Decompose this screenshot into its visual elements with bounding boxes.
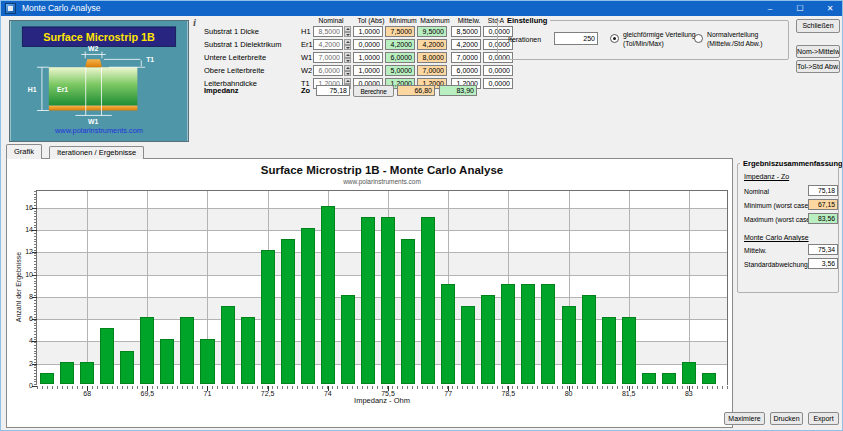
results-min-value: 67,15 — [808, 199, 838, 210]
y-axis-minor-ticks — [34, 191, 37, 386]
x-tick-label: 72,5 — [253, 390, 283, 397]
histogram-bar — [180, 317, 194, 384]
histogram-bar — [441, 284, 455, 384]
param-input-mittelw[interactable]: 4,2000 — [451, 39, 481, 50]
param-input-nominal[interactable]: 8,5000 — [313, 26, 343, 37]
y-axis-label: Anzahl der Ergebnisse — [15, 252, 22, 322]
results-min-label: Minimum (worst case) — [744, 201, 810, 210]
param-input-nominal[interactable]: 7,0000 — [313, 52, 343, 63]
param-input-min[interactable]: 4,2000 — [385, 39, 415, 50]
param-input-tol[interactable]: 1,0000 — [353, 26, 383, 37]
radio-normal-label-line1[interactable]: Normalverteilung — [707, 31, 758, 39]
tab-iterationen-ergebnisse[interactable]: Iterationen / Ergebnisse — [49, 146, 144, 159]
y-tick-label: 0 — [13, 382, 33, 389]
radio-uniform-distribution[interactable] — [610, 34, 619, 43]
param-input-max[interactable]: 9,5000 — [417, 26, 447, 37]
iterationen-input[interactable]: 250 — [554, 32, 598, 45]
param-input-mittelw[interactable]: 6,0000 — [451, 65, 481, 76]
histogram-bar — [100, 328, 114, 384]
param-input-min[interactable]: 5,0000 — [385, 65, 415, 76]
export-button[interactable]: Export — [808, 412, 839, 425]
results-section-impedanz: Impedanz - Zo — [744, 172, 789, 181]
spinner-control[interactable] — [344, 65, 351, 76]
param-input-tol[interactable]: 1,0000 — [353, 52, 383, 63]
radio-normal-distribution[interactable] — [694, 34, 703, 43]
param-input-nominal[interactable]: 4,2000 — [313, 39, 343, 50]
param-input-tol[interactable]: 0,0000 — [353, 39, 383, 50]
param-input-max[interactable]: 8,0000 — [417, 52, 447, 63]
spinner-control[interactable] — [344, 26, 351, 37]
x-tick-label: 71 — [192, 390, 222, 397]
results-nominal-label: Nominal — [744, 187, 769, 196]
minimize-icon[interactable]: – — [764, 1, 776, 16]
tol-to-std-button[interactable]: Tol->Std Abw. — [796, 60, 840, 73]
iterationen-label: Iterationen — [508, 35, 541, 44]
param-label: Obere Leiterbreite — [204, 65, 264, 76]
histogram-bar — [160, 339, 174, 384]
y-tick-label: 16 — [13, 204, 33, 211]
results-nominal-value: 75,18 — [808, 185, 838, 196]
param-symbol: H1 — [301, 26, 311, 37]
window-body: Surface Microstrip 1B W2 T1 H1 — [1, 16, 842, 430]
param-input-std[interactable]: 0,0000 — [483, 78, 513, 89]
results-max-value: 83,56 — [808, 213, 838, 224]
histogram-bar — [461, 306, 475, 384]
param-input-mittelw[interactable]: 8,5000 — [451, 26, 481, 37]
gridline-vertical — [87, 191, 88, 384]
histogram-bar — [501, 284, 515, 384]
results-mittelw-label: Mittelw. — [744, 246, 767, 255]
param-input-max[interactable]: 4,2000 — [417, 39, 447, 50]
radio-normal-label-line2[interactable]: (Mittelw./Std Abw.) — [707, 40, 763, 48]
histogram-bar — [40, 373, 54, 384]
column-header-nominal: Nominal — [309, 17, 353, 25]
app-window: Monte Carlo Analyse – ☐ ✕ Surface Micros… — [0, 0, 843, 431]
histogram-bar — [200, 339, 214, 384]
param-input-max[interactable]: 7,0000 — [417, 65, 447, 76]
radio-uniform-label-line2[interactable]: (Tol/Min/Max) — [623, 40, 664, 48]
y-tick-label: 8 — [13, 293, 33, 300]
results-std-label: Standardabweichung — [744, 260, 808, 269]
drucken-button[interactable]: Drucken — [770, 412, 803, 425]
maximize-icon[interactable]: ☐ — [794, 1, 806, 16]
y-tick-label: 12 — [13, 248, 33, 255]
histogram-bar — [582, 295, 596, 384]
param-input-min[interactable]: 6,0000 — [385, 52, 415, 63]
close-icon[interactable]: ✕ — [824, 1, 836, 16]
spinner-control[interactable] — [344, 52, 351, 63]
impedanz-value-field[interactable]: 75,18 — [316, 85, 350, 96]
histogram-bar — [642, 373, 656, 384]
chart-subtitle: www.polarinstruments.com — [36, 178, 728, 185]
histogram-bar — [241, 317, 255, 384]
x-tick-label: 78,5 — [493, 390, 523, 397]
x-tick-label: 68 — [72, 390, 102, 397]
x-tick-label: 74 — [313, 390, 343, 397]
spinner-control[interactable] — [344, 39, 351, 50]
tab-grafik[interactable]: Grafik — [6, 144, 42, 159]
histogram-bar — [562, 306, 576, 384]
berechne-button[interactable]: Berechne — [353, 85, 394, 97]
radio-uniform-label-line1[interactable]: gleichförmige Verteilung — [623, 31, 696, 39]
y-tick-label: 10 — [13, 271, 33, 278]
ergebniszusammenfassung-group: Ergebniszusammenfassung Impedanz - Zo No… — [737, 163, 839, 293]
maximiere-button[interactable]: Maximiere — [724, 412, 765, 425]
histogram-bar — [541, 284, 555, 384]
param-input-tol[interactable]: 1,0000 — [353, 65, 383, 76]
param-symbol: Er1 — [301, 39, 313, 50]
schliessen-button[interactable]: Schließen — [796, 19, 840, 33]
chart-title: Surface Microstrip 1B - Monte Carlo Anal… — [36, 164, 728, 176]
param-input-std[interactable]: 0,0000 — [483, 65, 513, 76]
plot-band — [37, 191, 727, 208]
histogram-bar — [622, 317, 636, 384]
nom-to-mittelw-button[interactable]: Nom->Mittelw. — [796, 45, 840, 58]
results-std-value: 3,56 — [808, 258, 838, 269]
param-input-min[interactable]: 7,5000 — [385, 26, 415, 37]
y-tick-label: 6 — [13, 315, 33, 322]
param-label: Substrat 1 Dielektrikum — [204, 39, 282, 50]
results-mittelw-value: 75,34 — [808, 244, 838, 255]
histogram-bar — [401, 239, 415, 384]
x-tick-label: 77 — [433, 390, 463, 397]
param-input-mittelw[interactable]: 7,0000 — [451, 52, 481, 63]
window-title: Monte Carlo Analyse — [22, 3, 100, 14]
param-input-nominal[interactable]: 6,0000 — [313, 65, 343, 76]
param-symbol: W1 — [301, 52, 312, 63]
